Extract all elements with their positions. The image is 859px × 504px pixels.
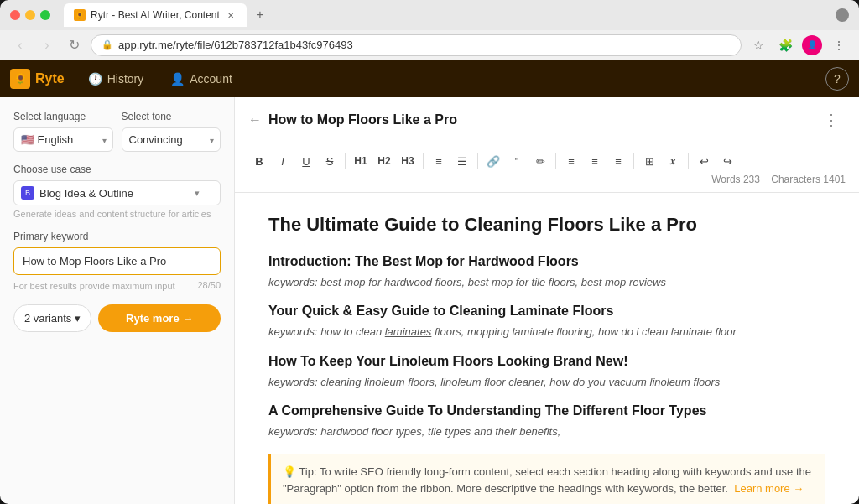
profile-avatar[interactable]: 👤 [802, 35, 822, 55]
word-count-label: Words 233 [711, 174, 760, 185]
use-case-select-wrapper: B Blog Idea & Outline ▾ [13, 180, 221, 205]
language-group: Select language 🇺🇸 English Spanish Frenc… [13, 111, 113, 152]
align-center-icon: ≡ [591, 155, 598, 168]
ordered-list-button[interactable]: ☰ [451, 150, 473, 172]
h3-button[interactable]: H3 [397, 150, 419, 172]
section-1-heading: Introduction: The Best Mop for Hardwood … [268, 254, 825, 269]
action-row: 2 variants ▾ Ryte more → [13, 304, 221, 332]
italic-button[interactable]: I [272, 150, 294, 172]
align-center-button[interactable]: ≡ [584, 150, 606, 172]
table-button[interactable]: ⊞ [638, 150, 660, 172]
use-case-select[interactable]: B Blog Idea & Outline ▾ [13, 180, 221, 205]
keyword-group: Primary keyword For best results provide… [13, 231, 221, 291]
tone-select[interactable]: Convincing Casual Formal [122, 127, 221, 152]
underline-button[interactable]: U [295, 150, 317, 172]
menu-button[interactable]: ⋮ [829, 35, 849, 55]
learn-more-link[interactable]: Learn more → [734, 482, 804, 495]
more-options-button[interactable]: ⋮ [817, 107, 846, 132]
strikethrough-button[interactable]: S [319, 150, 341, 172]
close-button[interactable] [10, 10, 20, 20]
strikethrough-icon: S [326, 155, 334, 168]
bullet-list-button[interactable]: ≡ [428, 150, 450, 172]
main-layout: Select language 🇺🇸 English Spanish Frenc… [0, 97, 859, 504]
new-tab-button[interactable]: + [250, 5, 270, 25]
toolbar-sep-4 [555, 153, 556, 169]
tip-emoji: 💡 [283, 465, 296, 478]
underline-laminates: laminates [385, 325, 432, 338]
variants-label: 2 variants [24, 312, 71, 325]
app-nav: 🌻 Ryte 🕐 History 👤 Account ? [0, 60, 859, 97]
nav-account[interactable]: 👤 Account [157, 60, 246, 97]
toolbar-sep-1 [345, 153, 346, 169]
use-case-group: Choose use case B Blog Idea & Outline ▾ … [13, 164, 221, 219]
bold-button[interactable]: B [248, 150, 270, 172]
highlight-button[interactable]: ✏ [529, 150, 551, 172]
section-3-heading: How To Keep Your Linoleum Floors Looking… [268, 354, 825, 369]
quote-button[interactable]: " [506, 150, 528, 172]
active-tab[interactable]: 🌻 Rytr - Best AI Writer, Content ✕ [64, 3, 247, 27]
section-1-keywords: keywords: best mop for hardwood floors, … [268, 274, 825, 291]
highlight-icon: ✏ [536, 155, 545, 168]
reload-button[interactable]: ↻ [64, 35, 84, 55]
tab-area: 🌻 Rytr - Best AI Writer, Content ✕ + [64, 3, 829, 27]
redo-button[interactable]: ↪ [716, 150, 738, 172]
section-2-keywords: keywords: how to clean laminates floors,… [268, 324, 825, 340]
content-title: How to Mop Floors Like a Pro [268, 112, 457, 127]
clear-format-button[interactable]: 𝒙 [662, 150, 684, 172]
wifi-icon [836, 8, 849, 22]
history-icon: 🕐 [88, 72, 102, 86]
bookmark-button[interactable]: ☆ [748, 35, 768, 55]
maximize-button[interactable] [40, 10, 50, 20]
clear-icon: 𝒙 [670, 154, 676, 168]
content-area: ← How to Mop Floors Like a Pro ⋮ B I U S… [235, 97, 859, 504]
underline-icon: U [302, 155, 310, 168]
h1-button[interactable]: H1 [350, 150, 372, 172]
editor-area[interactable]: The Ultimate Guide to Cleaning Floors Li… [235, 193, 859, 504]
use-case-arrow: ▾ [195, 188, 200, 199]
align-right-button[interactable]: ≡ [607, 150, 629, 172]
keyword-label: Primary keyword [13, 231, 221, 242]
section-3: How To Keep Your Linoleum Floors Looking… [268, 354, 825, 391]
bullet-list-icon: ≡ [435, 155, 442, 168]
nav-history[interactable]: 🕐 History [75, 60, 158, 97]
align-left-button[interactable]: ≡ [560, 150, 582, 172]
h2-button[interactable]: H2 [373, 150, 395, 172]
toolbar-sep-5 [633, 153, 634, 169]
align-left-icon: ≡ [568, 155, 575, 168]
keyword-input[interactable] [13, 247, 221, 275]
account-icon: 👤 [170, 72, 185, 86]
address-actions: ☆ 🧩 👤 ⋮ [748, 35, 849, 55]
word-char-count: Words 233 Characters 1401 [711, 174, 846, 185]
link-button[interactable]: 🔗 [482, 150, 504, 172]
logo-text: Ryte [35, 71, 65, 86]
tone-select-wrapper: Convincing Casual Formal ▾ [122, 127, 221, 152]
back-arrow[interactable]: ← [248, 112, 262, 127]
account-label: Account [190, 72, 232, 86]
toolbar: B I U S H1 H2 H3 ≡ ☰ 🔗 " ✏ ≡ ≡ ≡ ⊞ [235, 143, 859, 193]
help-button[interactable]: ? [825, 67, 849, 91]
use-case-value: Blog Idea & Outline [39, 187, 133, 200]
tone-group: Select tone Convincing Casual Formal ▾ [122, 111, 221, 152]
ryte-more-button[interactable]: Ryte more → [98, 304, 221, 332]
app-logo: 🌻 Ryte [10, 69, 75, 89]
section-4: A Comprehensive Guide To Understanding T… [268, 403, 825, 440]
lock-icon: 🔒 [102, 39, 113, 50]
language-label: Select language [13, 111, 113, 122]
align-right-icon: ≡ [615, 155, 622, 168]
h1-label: H1 [351, 155, 370, 167]
ordered-list-icon: ☰ [457, 155, 467, 168]
extensions-button[interactable]: 🧩 [775, 35, 795, 55]
minimize-button[interactable] [25, 10, 35, 20]
toolbar-sep-6 [688, 153, 689, 169]
tab-close-button[interactable]: ✕ [225, 9, 237, 21]
url-bar[interactable]: 🔒 app.rytr.me/ryte/file/612b783712fa1b43… [91, 34, 742, 56]
section-2: Your Quick & Easy Guide to Cleaning Lami… [268, 304, 825, 340]
language-select[interactable]: 🇺🇸 English Spanish French [13, 127, 113, 152]
use-case-label: Choose use case [13, 164, 221, 175]
variants-button[interactable]: 2 variants ▾ [13, 304, 91, 332]
section-4-keywords: keywords: hardwood floor types, tile typ… [268, 423, 825, 440]
ryte-more-label: Ryte more → [126, 312, 193, 325]
back-button[interactable]: ‹ [10, 35, 30, 55]
forward-button[interactable]: › [37, 35, 57, 55]
undo-button[interactable]: ↩ [693, 150, 715, 172]
